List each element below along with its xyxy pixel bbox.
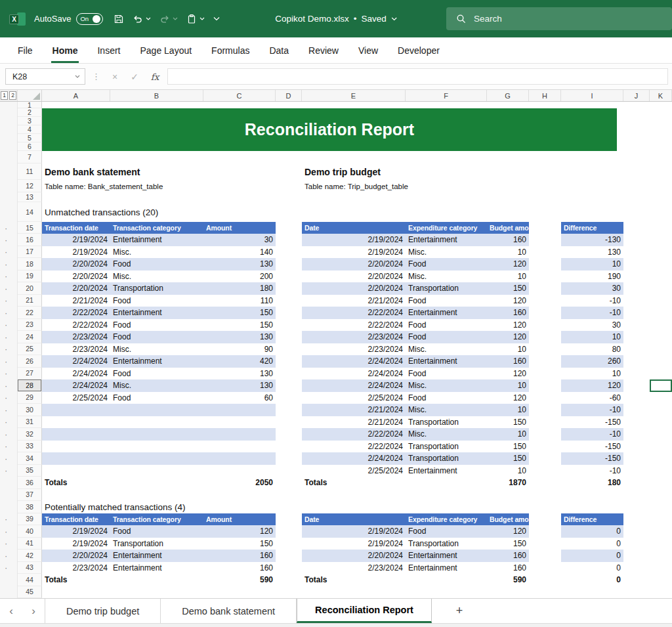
formula-input[interactable] [167,68,668,85]
cell-c23[interactable]: 150 [203,319,276,332]
cell-c31[interactable] [203,416,276,429]
cell-c34[interactable] [203,452,276,465]
cell-c7[interactable] [203,151,276,163]
cell-h29[interactable] [529,392,561,404]
cell-a12[interactable]: Table name: Bank_statement_table [42,180,110,192]
cell-i14[interactable] [561,202,623,222]
cell-h19[interactable] [529,270,561,283]
cell-i32[interactable]: -10 [561,428,623,441]
cell-c12[interactable] [203,180,276,192]
cell-b22[interactable]: Entertainment [110,307,203,319]
cell-d7[interactable] [276,151,302,163]
cell-d29[interactable] [276,392,302,404]
cell-j42[interactable] [623,550,650,562]
cell-i12[interactable] [561,180,623,192]
cell-d33[interactable] [276,441,302,453]
cell-d28[interactable] [276,379,302,392]
cell-g41[interactable]: 150 [487,538,529,550]
cell-a33[interactable] [42,441,110,453]
cell-i39[interactable]: Difference [561,513,623,526]
cell-b16[interactable]: Entertainment [110,234,203,246]
cell-k17[interactable] [650,246,672,259]
cell-e28[interactable]: 2/24/2024 [302,379,406,392]
cell-f21[interactable]: Food [406,295,487,307]
cell-d24[interactable] [276,331,302,343]
cell-f42[interactable]: Entertainment [406,550,487,562]
cell-j39[interactable] [623,513,650,526]
cell-k28[interactable] [650,379,672,392]
cell-h43[interactable] [529,562,561,574]
cell-i16[interactable]: -130 [561,234,623,246]
cell-g21[interactable]: 120 [487,295,529,307]
row-header-22[interactable]: 22 [18,307,42,319]
cell-k27[interactable] [650,368,672,380]
row-header-14[interactable]: 14 [18,202,42,222]
cell-f13[interactable] [406,192,487,202]
cell-e30[interactable]: 2/21/2024 [302,404,406,416]
row-header-38[interactable]: 38 [18,501,42,513]
row-header-18[interactable]: 18 [18,258,42,270]
cell-d37[interactable] [276,489,302,502]
cell-i44[interactable]: 0 [561,574,623,586]
cell-h11[interactable] [529,163,561,180]
cell-j22[interactable] [623,307,650,319]
undo-button[interactable] [133,14,151,24]
cell-i35[interactable]: -10 [561,465,623,477]
cell-c15[interactable]: Amount [203,222,276,234]
cell-g26[interactable]: 160 [487,355,529,368]
cell-k44[interactable] [650,574,672,586]
ribbon-tab-review[interactable]: Review [299,37,348,63]
cell-f1[interactable] [406,102,487,108]
cell-e11[interactable]: Demo trip budget [302,163,406,180]
cell-j25[interactable] [623,343,650,356]
cell-i21[interactable]: -10 [561,295,623,307]
cell-e29[interactable]: 2/25/2024 [302,392,406,404]
cell-j38[interactable] [623,501,650,513]
cell-a32[interactable] [42,428,110,441]
cell-f25[interactable]: Misc. [406,343,487,356]
cell-h25[interactable] [529,343,561,356]
cell-k18[interactable] [650,258,672,270]
cell-h37[interactable] [529,489,561,502]
save-button[interactable] [114,14,124,24]
cell-i31[interactable]: -150 [561,416,623,429]
cell-h26[interactable] [529,355,561,368]
cell-h34[interactable] [529,452,561,465]
cell-e24[interactable]: 2/23/2024 [302,331,406,343]
cell-b30[interactable] [110,404,203,416]
cell-k37[interactable] [650,489,672,502]
cell-h32[interactable] [529,428,561,441]
cell-j21[interactable] [623,295,650,307]
cell-i18[interactable]: 10 [561,258,623,270]
cell-g18[interactable]: 120 [487,258,529,270]
sheet-tab-reconciliation-report[interactable]: Reconciliation Report [297,599,432,623]
cell-e38[interactable] [302,501,406,513]
row-header-25[interactable]: 25 [18,343,42,356]
cell-a41[interactable]: 2/19/2024 [42,538,110,550]
cell-h33[interactable] [529,441,561,453]
ribbon-tab-view[interactable]: View [348,37,388,63]
cell-a7[interactable] [42,151,110,163]
cell-h14[interactable] [529,202,561,222]
cell-i23[interactable]: 30 [561,319,623,332]
cell-f15[interactable]: Expenditure category [406,222,487,234]
cell-k5[interactable] [650,134,672,142]
cell-k15[interactable] [650,222,672,234]
cell-c30[interactable] [203,404,276,416]
cell-d41[interactable] [276,538,302,550]
cell-h36[interactable] [529,477,561,489]
cell-f38[interactable] [406,501,487,513]
ribbon-tab-insert[interactable]: Insert [87,37,130,63]
cell-b13[interactable] [110,192,203,202]
cell-g20[interactable]: 150 [487,282,529,295]
cell-f12[interactable] [406,180,487,192]
row-header-3[interactable]: 3 [18,117,42,125]
cell-i1[interactable] [561,102,623,108]
cell-a39[interactable]: Transaction date [42,513,110,526]
cell-j43[interactable] [623,562,650,574]
cell-i25[interactable]: 80 [561,343,623,356]
col-header-e[interactable]: E [302,90,406,101]
cell-f27[interactable]: Food [406,368,487,380]
cell-h38[interactable] [529,501,561,513]
cell-a38[interactable]: Potentially matched transactions (4) [42,501,110,513]
